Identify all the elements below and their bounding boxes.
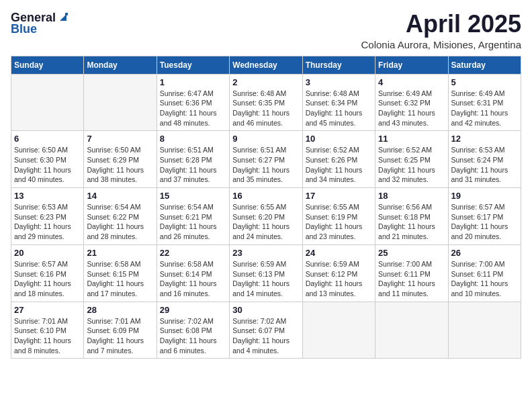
day-info: Sunrise: 6:50 AM Sunset: 6:30 PM Dayligh… [14,145,81,185]
weekday-header-monday: Monday [84,56,157,74]
day-info: Sunrise: 6:51 AM Sunset: 6:27 PM Dayligh… [232,145,299,185]
calendar-cell: 8Sunrise: 6:51 AM Sunset: 6:28 PM Daylig… [157,131,229,188]
calendar-cell [302,302,375,359]
day-number: 4 [378,77,445,87]
weekday-header-friday: Friday [375,56,448,74]
calendar-cell: 18Sunrise: 6:56 AM Sunset: 6:18 PM Dayli… [375,188,448,245]
calendar-week-row: 1Sunrise: 6:47 AM Sunset: 6:36 PM Daylig… [11,74,521,131]
location-subtitle: Colonia Aurora, Misiones, Argentina [361,39,521,50]
day-info: Sunrise: 6:52 AM Sunset: 6:26 PM Dayligh… [306,145,372,185]
day-number: 30 [232,305,299,315]
day-info: Sunrise: 6:53 AM Sunset: 6:24 PM Dayligh… [451,145,518,185]
day-info: Sunrise: 6:54 AM Sunset: 6:22 PM Dayligh… [87,202,153,242]
day-info: Sunrise: 6:53 AM Sunset: 6:23 PM Dayligh… [14,202,81,242]
day-info: Sunrise: 6:48 AM Sunset: 6:35 PM Dayligh… [232,89,299,128]
calendar-cell: 29Sunrise: 7:02 AM Sunset: 6:08 PM Dayli… [157,302,229,359]
day-info: Sunrise: 6:49 AM Sunset: 6:31 PM Dayligh… [451,89,518,128]
day-info: Sunrise: 6:57 AM Sunset: 6:16 PM Dayligh… [14,259,81,299]
calendar-cell: 22Sunrise: 6:58 AM Sunset: 6:14 PM Dayli… [157,244,229,302]
day-number: 10 [306,134,372,144]
calendar-cell: 11Sunrise: 6:52 AM Sunset: 6:25 PM Dayli… [375,131,448,188]
day-number: 11 [378,134,445,144]
day-info: Sunrise: 6:58 AM Sunset: 6:15 PM Dayligh… [87,259,153,299]
day-number: 28 [87,305,153,315]
day-number: 9 [232,134,299,144]
day-number: 25 [378,248,445,258]
calendar-week-row: 27Sunrise: 7:01 AM Sunset: 6:10 PM Dayli… [11,302,521,359]
day-number: 18 [378,191,445,201]
calendar-week-row: 6Sunrise: 6:50 AM Sunset: 6:30 PM Daylig… [11,131,521,188]
logo-icon [57,11,69,24]
calendar-cell: 5Sunrise: 6:49 AM Sunset: 6:31 PM Daylig… [448,74,521,131]
weekday-header-row: SundayMondayTuesdayWednesdayThursdayFrid… [11,56,521,74]
day-info: Sunrise: 6:58 AM Sunset: 6:14 PM Dayligh… [160,259,226,299]
day-info: Sunrise: 6:59 AM Sunset: 6:13 PM Dayligh… [232,259,299,299]
weekday-header-saturday: Saturday [448,56,521,74]
day-number: 3 [306,77,372,87]
day-number: 12 [451,134,518,144]
month-year-title: April 2025 [361,11,521,38]
weekday-header-sunday: Sunday [11,56,84,74]
calendar-cell: 26Sunrise: 7:00 AM Sunset: 6:11 PM Dayli… [448,244,521,302]
calendar-cell: 9Sunrise: 6:51 AM Sunset: 6:27 PM Daylig… [230,131,302,188]
day-number: 27 [14,305,81,315]
day-info: Sunrise: 6:55 AM Sunset: 6:19 PM Dayligh… [306,202,372,242]
day-info: Sunrise: 6:49 AM Sunset: 6:32 PM Dayligh… [378,89,445,128]
day-number: 26 [451,248,518,258]
calendar-week-row: 20Sunrise: 6:57 AM Sunset: 6:16 PM Dayli… [11,244,521,302]
day-info: Sunrise: 7:02 AM Sunset: 6:07 PM Dayligh… [232,316,299,356]
calendar-cell: 4Sunrise: 6:49 AM Sunset: 6:32 PM Daylig… [375,74,448,131]
calendar-cell: 21Sunrise: 6:58 AM Sunset: 6:15 PM Dayli… [84,244,157,302]
day-info: Sunrise: 7:00 AM Sunset: 6:11 PM Dayligh… [451,259,518,299]
calendar-cell [11,74,84,131]
day-number: 16 [232,191,299,201]
day-number: 6 [14,134,81,144]
day-number: 29 [160,305,226,315]
day-number: 14 [87,191,153,201]
day-number: 17 [306,191,372,201]
day-info: Sunrise: 6:47 AM Sunset: 6:36 PM Dayligh… [160,89,226,128]
weekday-header-tuesday: Tuesday [157,56,229,74]
day-info: Sunrise: 7:01 AM Sunset: 6:10 PM Dayligh… [14,316,81,356]
day-info: Sunrise: 6:51 AM Sunset: 6:28 PM Dayligh… [160,145,226,185]
header: General Blue April 2025 Colonia Aurora, … [11,11,521,50]
calendar-cell: 10Sunrise: 6:52 AM Sunset: 6:26 PM Dayli… [302,131,375,188]
day-info: Sunrise: 6:59 AM Sunset: 6:12 PM Dayligh… [306,259,372,299]
calendar-cell: 28Sunrise: 7:01 AM Sunset: 6:09 PM Dayli… [84,302,157,359]
calendar-cell: 25Sunrise: 7:00 AM Sunset: 6:11 PM Dayli… [375,244,448,302]
day-info: Sunrise: 7:00 AM Sunset: 6:11 PM Dayligh… [378,259,445,299]
day-number: 1 [160,77,226,87]
calendar-cell: 30Sunrise: 7:02 AM Sunset: 6:07 PM Dayli… [230,302,302,359]
day-info: Sunrise: 7:02 AM Sunset: 6:08 PM Dayligh… [160,316,226,356]
title-area: April 2025 Colonia Aurora, Misiones, Arg… [361,11,521,50]
day-info: Sunrise: 6:54 AM Sunset: 6:21 PM Dayligh… [160,202,226,242]
day-number: 2 [232,77,299,87]
day-number: 24 [306,248,372,258]
calendar-cell: 19Sunrise: 6:57 AM Sunset: 6:17 PM Dayli… [448,188,521,245]
calendar-cell [375,302,448,359]
day-info: Sunrise: 6:52 AM Sunset: 6:25 PM Dayligh… [378,145,445,185]
day-info: Sunrise: 6:48 AM Sunset: 6:34 PM Dayligh… [306,89,372,128]
day-info: Sunrise: 6:55 AM Sunset: 6:20 PM Dayligh… [232,202,299,242]
calendar-cell: 14Sunrise: 6:54 AM Sunset: 6:22 PM Dayli… [84,188,157,245]
calendar-cell: 24Sunrise: 6:59 AM Sunset: 6:12 PM Dayli… [302,244,375,302]
calendar-cell: 27Sunrise: 7:01 AM Sunset: 6:10 PM Dayli… [11,302,84,359]
day-number: 22 [160,248,226,258]
calendar-table: SundayMondayTuesdayWednesdayThursdayFrid… [11,56,521,359]
logo-blue: Blue [11,22,37,36]
calendar-cell: 23Sunrise: 6:59 AM Sunset: 6:13 PM Dayli… [230,244,302,302]
day-number: 21 [87,248,153,258]
calendar-cell: 17Sunrise: 6:55 AM Sunset: 6:19 PM Dayli… [302,188,375,245]
calendar-cell: 20Sunrise: 6:57 AM Sunset: 6:16 PM Dayli… [11,244,84,302]
day-number: 5 [451,77,518,87]
calendar-cell: 6Sunrise: 6:50 AM Sunset: 6:30 PM Daylig… [11,131,84,188]
day-number: 15 [160,191,226,201]
calendar-cell: 16Sunrise: 6:55 AM Sunset: 6:20 PM Dayli… [230,188,302,245]
day-number: 13 [14,191,81,201]
day-number: 19 [451,191,518,201]
calendar-cell: 3Sunrise: 6:48 AM Sunset: 6:34 PM Daylig… [302,74,375,131]
day-info: Sunrise: 6:57 AM Sunset: 6:17 PM Dayligh… [451,202,518,242]
weekday-header-thursday: Thursday [302,56,375,74]
weekday-header-wednesday: Wednesday [230,56,302,74]
day-number: 20 [14,248,81,258]
